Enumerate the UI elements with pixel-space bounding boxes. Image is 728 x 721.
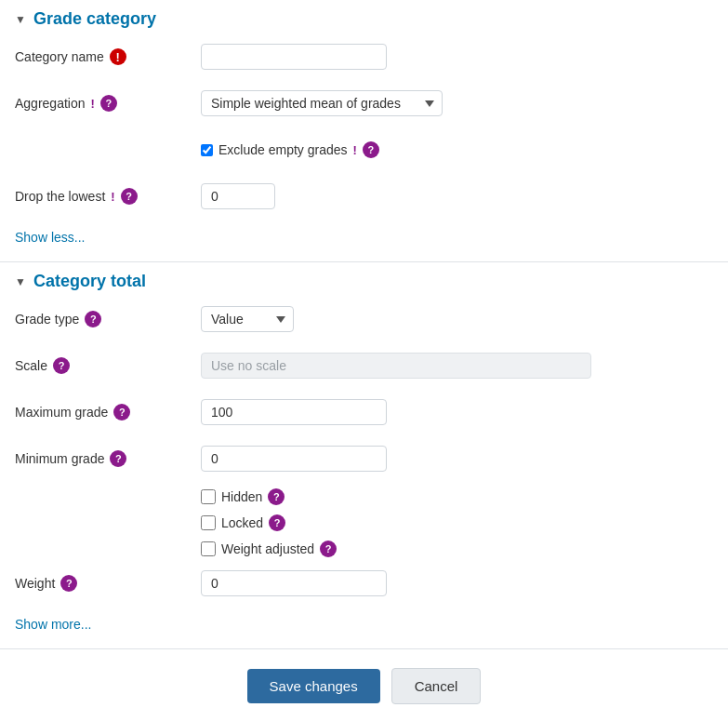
weight-adjusted-checkbox[interactable]: [201, 541, 216, 556]
category-total-chevron[interactable]: ▼: [15, 275, 26, 288]
weight-help-icon[interactable]: ?: [60, 575, 77, 592]
locked-label: Locked: [221, 515, 263, 530]
show-more-link[interactable]: Show more...: [15, 617, 91, 632]
exclude-empty-exclaim-icon: !: [353, 143, 357, 157]
aggregation-label: Aggregation ! ?: [15, 95, 201, 112]
scale-help-icon[interactable]: ?: [53, 357, 70, 374]
drop-lowest-control: [201, 183, 713, 209]
max-grade-control: [201, 399, 713, 425]
grade-category-chevron[interactable]: ▼: [15, 13, 26, 26]
weight-adjusted-row: Weight adjusted ?: [15, 541, 713, 557]
category-total-header: ▼ Category total: [15, 272, 713, 291]
grade-type-help-icon[interactable]: ?: [85, 311, 101, 327]
hidden-help-icon[interactable]: ?: [268, 488, 285, 505]
exclude-empty-text: Exclude empty grades: [218, 142, 348, 157]
scale-row: Scale ? Use no scale: [15, 349, 713, 382]
min-grade-row: Minimum grade ?: [15, 442, 713, 475]
min-grade-label: Minimum grade ?: [15, 450, 201, 467]
scale-select[interactable]: Use no scale: [201, 353, 591, 379]
hidden-label: Hidden: [221, 489, 262, 504]
weight-adjusted-help-icon[interactable]: ?: [320, 541, 337, 557]
category-name-label: Category name !: [15, 48, 201, 65]
category-name-control: [201, 44, 713, 70]
aggregation-select[interactable]: Simple weighted mean of grades Mean of g…: [201, 90, 443, 116]
max-grade-help-icon[interactable]: ?: [113, 404, 130, 421]
weight-label: Weight ?: [15, 575, 201, 592]
drop-lowest-row: Drop the lowest ! ?: [15, 180, 713, 213]
category-name-row: Category name !: [15, 40, 713, 73]
footer-buttons: Save changes Cancel: [0, 649, 728, 721]
min-grade-help-icon[interactable]: ?: [110, 450, 126, 467]
aggregation-exclaim-icon: !: [91, 97, 95, 111]
weight-row: Weight ?: [15, 567, 713, 600]
exclude-empty-row: Exclude empty grades ! ?: [15, 133, 713, 167]
exclude-empty-help-icon[interactable]: ?: [363, 141, 379, 158]
min-grade-control: [201, 446, 713, 472]
locked-checkbox[interactable]: [201, 515, 216, 530]
grade-category-title: Grade category: [33, 9, 156, 29]
hidden-row: Hidden ?: [15, 488, 713, 505]
weight-control: [201, 570, 713, 596]
hidden-checkbox[interactable]: [201, 489, 216, 504]
grade-type-select[interactable]: Value Scale Text None: [201, 306, 294, 332]
max-grade-input[interactable]: [201, 399, 387, 425]
scale-control: Use no scale: [201, 353, 713, 379]
max-grade-row: Maximum grade ?: [15, 395, 713, 429]
locked-row: Locked ?: [15, 514, 713, 531]
grade-type-control: Value Scale Text None: [201, 306, 713, 332]
max-grade-label: Maximum grade ?: [15, 404, 201, 421]
min-grade-input[interactable]: [201, 446, 387, 472]
drop-lowest-label: Drop the lowest ! ?: [15, 188, 201, 205]
exclude-empty-control: Exclude empty grades ! ?: [201, 141, 713, 158]
cancel-button[interactable]: Cancel: [391, 668, 482, 704]
aggregation-help-icon[interactable]: ?: [100, 95, 117, 112]
weight-input[interactable]: [201, 570, 387, 596]
required-icon: !: [110, 48, 126, 65]
grade-type-row: Grade type ? Value Scale Text None: [15, 302, 713, 336]
category-name-input[interactable]: [201, 44, 387, 70]
scale-label: Scale ?: [15, 357, 201, 374]
category-total-section: ▼ Category total Grade type ? Value Scal…: [0, 262, 728, 649]
grade-category-section: ▼ Grade category Category name ! Aggrega…: [0, 0, 728, 262]
drop-lowest-help-icon[interactable]: ?: [121, 188, 138, 205]
grade-category-header: ▼ Grade category: [15, 9, 713, 29]
category-total-title: Category total: [33, 272, 146, 291]
aggregation-row: Aggregation ! ? Simple weighted mean of …: [15, 87, 713, 120]
weight-adjusted-label: Weight adjusted: [221, 541, 314, 556]
grade-type-label: Grade type ?: [15, 311, 201, 327]
aggregation-control: Simple weighted mean of grades Mean of g…: [201, 90, 713, 116]
exclude-empty-checkbox[interactable]: [201, 144, 213, 156]
locked-help-icon[interactable]: ?: [269, 514, 285, 531]
drop-lowest-input[interactable]: [201, 183, 275, 209]
save-button[interactable]: Save changes: [247, 669, 380, 703]
show-less-link[interactable]: Show less...: [15, 230, 85, 245]
drop-lowest-exclaim-icon: !: [111, 190, 114, 204]
